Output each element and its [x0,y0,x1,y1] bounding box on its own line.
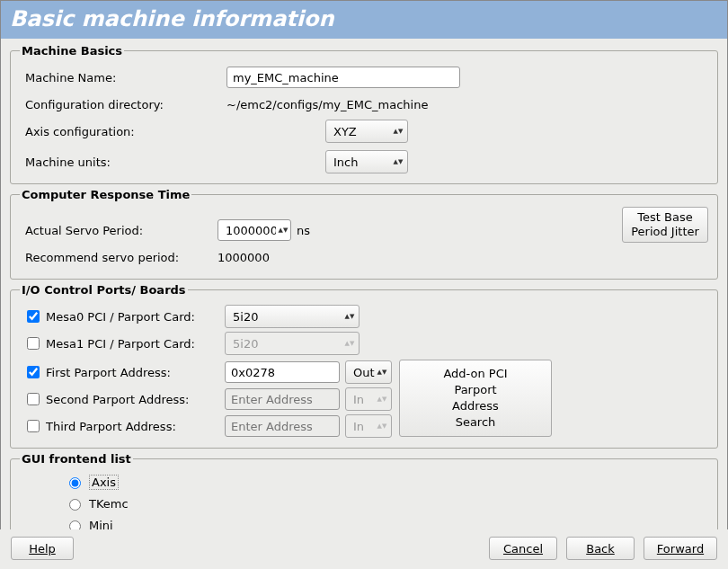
updown-icon: ▲▼ [377,396,387,403]
pp3-label: Third Parport Address: [46,420,176,433]
mesa0-value: 5i20 [233,310,258,324]
back-label: Back [586,542,615,556]
machine-units-value: Inch [333,156,358,169]
config-dir-value: ~/emc2/configs/my_EMC_machine [226,98,428,111]
legend-io: I/O Control Ports/ Boards [20,283,188,297]
pp3-dir-select: In ▲▼ [345,414,392,438]
axis-config-label: Axis configuration: [20,125,325,138]
pp1-label: First Parport Address: [46,366,171,379]
test-jitter-line2: Period Jitter [631,225,699,239]
updown-icon: ▲▼ [344,314,355,320]
footer-bar: Help Cancel Back Forward [0,529,728,569]
updown-icon: ▲▼ [377,423,387,430]
cancel-label: Cancel [503,542,543,556]
pp1-address-input[interactable] [225,361,340,383]
updown-icon: ▲▼ [393,159,404,165]
pp2-dir-value: In [353,393,364,406]
addon-line1: Add-on PCI [407,366,544,382]
axis-config-select[interactable]: XYZ ▲▼ [325,120,408,143]
mesa0-label: Mesa0 PCI / Parport Card: [46,310,195,324]
updown-icon: ▲▼ [377,369,387,376]
machine-units-select[interactable]: Inch ▲▼ [325,150,408,173]
addon-line3: Address [407,398,544,414]
updown-icon: ▲▼ [393,129,404,135]
pp1-dir-select[interactable]: Out ▲▼ [345,360,392,384]
pp1-dir-value: Out [353,366,375,379]
machine-name-input[interactable] [226,67,460,88]
fieldset-io: I/O Control Ports/ Boards Mesa0 PCI / Pa… [10,283,718,449]
pp3-address-input [225,415,340,437]
forward-label: Forward [657,542,704,556]
machine-units-label: Machine units: [20,156,325,169]
legend-response-time: Computer Response Time [20,188,191,201]
pp3-dir-value: In [353,420,364,433]
addon-search-button[interactable]: Add-on PCI Parport Address Search [399,360,552,437]
forward-button[interactable]: Forward [644,537,717,560]
mesa0-checkbox[interactable] [27,310,40,323]
gui-label-tkemc: TKemc [89,497,129,511]
cancel-button[interactable]: Cancel [489,537,557,560]
pp1-checkbox[interactable] [27,366,40,378]
pp3-checkbox[interactable] [27,420,40,432]
mesa1-select: 5i20 ▲▼ [225,332,360,355]
pp2-address-input [225,388,340,410]
mesa1-checkbox[interactable] [27,337,40,350]
test-jitter-button[interactable]: Test Base Period Jitter [622,207,708,243]
gui-label-axis: Axis [89,475,119,490]
fieldset-machine-basics: Machine Basics Machine Name: Configurati… [10,44,718,184]
recommend-servo-value: 1000000 [218,251,270,264]
actual-servo-label: Actual Servo Period: [20,224,218,237]
addon-line2: Parport [407,382,544,398]
mesa0-select[interactable]: 5i20 ▲▼ [225,305,360,328]
recommend-servo-label: Recommend servo period: [20,251,218,264]
pp2-label: Second Parport Address: [46,393,189,406]
addon-line4: Search [407,414,544,431]
legend-gui: GUI frontend list [20,452,133,466]
mesa1-label: Mesa1 PCI / Parport Card: [46,337,195,351]
help-button[interactable]: Help [11,537,74,560]
actual-servo-value[interactable] [224,223,278,238]
machine-name-label: Machine Name: [20,71,226,84]
pp2-checkbox[interactable] [27,393,40,405]
fieldset-response-time: Computer Response Time Actual Servo Peri… [10,188,718,280]
test-jitter-line1: Test Base [631,210,699,225]
gui-radio-axis[interactable] [69,477,81,489]
help-label: Help [29,542,56,556]
pp2-dir-select: In ▲▼ [345,387,392,411]
mesa1-value: 5i20 [233,337,258,351]
updown-icon: ▲▼ [344,341,355,347]
axis-config-value: XYZ [333,125,357,138]
gui-radio-tkemc[interactable] [69,499,81,511]
actual-servo-unit: ns [297,224,310,237]
page-title: Basic machine information [1,1,727,39]
updown-icon: ▲▼ [278,227,289,234]
config-dir-label: Configuration directory: [20,98,226,111]
actual-servo-spinbox[interactable]: ▲▼ [218,219,291,241]
back-button[interactable]: Back [566,537,635,560]
legend-machine-basics: Machine Basics [20,44,124,58]
